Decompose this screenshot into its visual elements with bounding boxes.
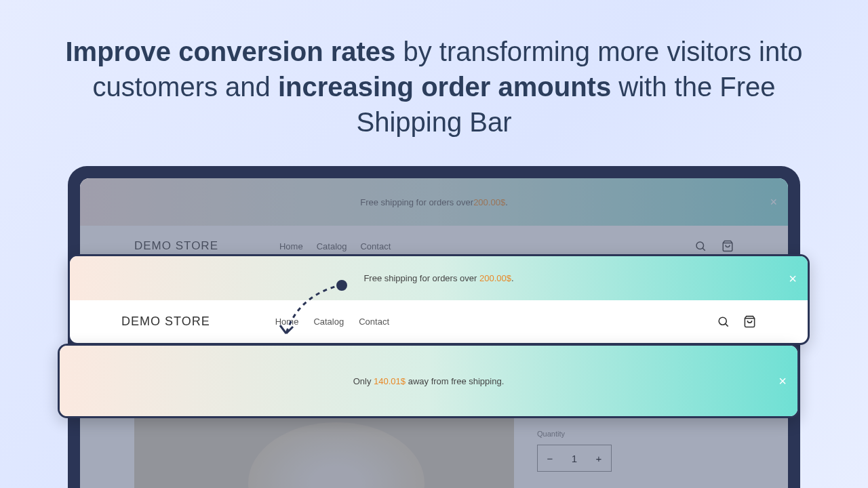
close-icon[interactable]: × xyxy=(789,270,797,286)
bg-bar-amount: 200.00$ xyxy=(473,197,505,207)
close-icon[interactable]: × xyxy=(778,373,787,389)
headline: Improve conversion rates by transforming… xyxy=(0,0,868,167)
bar1-amount: 200.00$ xyxy=(479,273,511,283)
bar2-suffix: away from free shipping. xyxy=(408,376,505,386)
nav-contact[interactable]: Contact xyxy=(359,317,389,327)
cart-icon[interactable] xyxy=(722,240,734,252)
qty-decrease-button[interactable]: − xyxy=(538,445,562,471)
bar2-amount: 140.01$ xyxy=(374,376,406,386)
fb-header: DEMO STORE Home Catalog Contact xyxy=(70,300,808,343)
headline-bold-2: increasing order amounts xyxy=(278,72,611,102)
qty-increase-button[interactable]: + xyxy=(587,445,611,471)
svg-point-3 xyxy=(719,317,726,325)
headline-bold-1: Improve conversion rates xyxy=(65,37,395,66)
qty-value: 1 xyxy=(562,445,587,471)
shipping-bar-initial: Free shipping for orders over 200.00$. × xyxy=(70,256,808,300)
search-icon[interactable] xyxy=(717,315,730,328)
quantity-label: Quantity xyxy=(537,430,734,438)
arrow-start-dot xyxy=(336,280,347,291)
nav-home[interactable]: Home xyxy=(275,317,299,327)
bg-bar-prefix: Free shipping for orders over xyxy=(360,197,473,207)
bg-bar-suffix: . xyxy=(505,197,508,207)
store-logo[interactable]: DEMO STORE xyxy=(121,314,210,329)
bg-nav-contact[interactable]: Contact xyxy=(360,241,391,251)
floating-bar-progress: Only 140.01$ away from free shipping. × xyxy=(58,344,800,418)
search-icon[interactable] xyxy=(694,240,707,252)
bg-nav-home[interactable]: Home xyxy=(279,241,303,251)
bg-nav: Home Catalog Contact xyxy=(279,241,391,251)
bar1-suffix: . xyxy=(511,273,514,283)
cart-icon[interactable] xyxy=(743,315,756,328)
bg-store-logo[interactable]: DEMO STORE xyxy=(134,239,218,253)
bg-header-icons xyxy=(694,240,734,252)
bg-nav-catalog[interactable]: Catalog xyxy=(317,241,347,251)
nav-catalog[interactable]: Catalog xyxy=(313,317,344,327)
bar1-prefix: Free shipping for orders over xyxy=(363,273,477,283)
close-icon[interactable]: × xyxy=(770,195,777,209)
svg-line-1 xyxy=(703,248,705,251)
fb-header-icons xyxy=(717,315,756,328)
quantity-stepper: − 1 + xyxy=(537,445,612,472)
floating-bar-initial: Free shipping for orders over 200.00$. ×… xyxy=(68,254,810,345)
fb-nav: Home Catalog Contact xyxy=(275,317,389,327)
bg-shipping-bar: Free shipping for orders over 200.00$ . … xyxy=(80,178,788,226)
svg-line-4 xyxy=(726,324,728,327)
shipping-bar-progress: Only 140.01$ away from free shipping. × xyxy=(60,346,797,416)
bar2-prefix: Only xyxy=(353,376,372,386)
svg-point-0 xyxy=(696,242,704,249)
